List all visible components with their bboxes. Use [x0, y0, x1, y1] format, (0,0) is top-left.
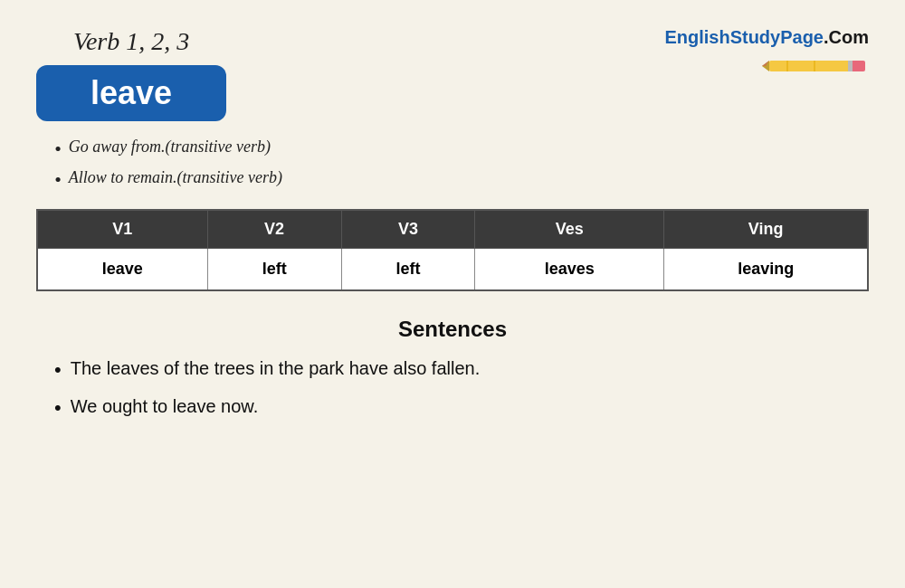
bullet-1: •: [54, 138, 62, 161]
definition-text-1: Go away from.(transitive verb): [69, 138, 271, 156]
verb-table: V1 V2 V3 Ves Ving leave left left leaves…: [36, 209, 869, 291]
svg-rect-0: [769, 61, 851, 71]
table-row: leave left left leaves leaving: [37, 248, 868, 290]
col-header-ves: Ves: [475, 210, 664, 249]
sentence-text-1: The leaves of the trees in the park have…: [71, 358, 481, 379]
definition-item-2: • Allow to remain.(transitive verb): [54, 168, 869, 192]
logo-study: Study: [730, 27, 781, 47]
cell-ves: leaves: [475, 248, 664, 290]
col-header-v1: V1: [37, 210, 207, 249]
logo-area: EnglishStudyPage.Com: [664, 27, 869, 79]
verb-title: Verb 1, 2, 3: [73, 27, 189, 56]
sentence-item-1: • The leaves of the trees in the park ha…: [54, 358, 869, 382]
sentence-bullet-1: •: [54, 358, 62, 382]
sentence-item-2: • We ought to leave now.: [54, 396, 869, 420]
sentence-text-2: We ought to leave now.: [71, 396, 259, 417]
verb-header-left: Verb 1, 2, 3 leave: [36, 27, 226, 121]
col-header-v2: V2: [207, 210, 341, 249]
definition-text-2: Allow to remain.(transitive verb): [69, 168, 282, 187]
svg-rect-1: [851, 61, 865, 71]
bullet-2: •: [54, 168, 62, 192]
pencil-icon: [760, 53, 869, 79]
cell-v3: left: [341, 248, 475, 290]
logo-text: EnglishStudyPage.Com: [664, 27, 869, 48]
table-header-row: V1 V2 V3 Ves Ving: [37, 210, 868, 249]
verb-badge: leave: [36, 65, 226, 121]
definitions: • Go away from.(transitive verb) • Allow…: [54, 138, 869, 193]
sentence-bullet-2: •: [54, 396, 62, 420]
col-header-ving: Ving: [664, 210, 868, 249]
logo-english: English: [664, 27, 729, 47]
sentences-title: Sentences: [36, 317, 869, 342]
sentences-list: • The leaves of the trees in the park ha…: [54, 358, 869, 421]
logo-com: .Com: [824, 27, 869, 47]
cell-v1: leave: [37, 248, 207, 290]
definition-item-1: • Go away from.(transitive verb): [54, 138, 869, 161]
header-row: Verb 1, 2, 3 leave EnglishStudyPage.Com: [36, 27, 869, 121]
col-header-v3: V3: [341, 210, 475, 249]
cell-ving: leaving: [664, 248, 868, 290]
cell-v2: left: [207, 248, 341, 290]
svg-rect-4: [848, 61, 853, 71]
logo-page: Page: [780, 27, 824, 47]
